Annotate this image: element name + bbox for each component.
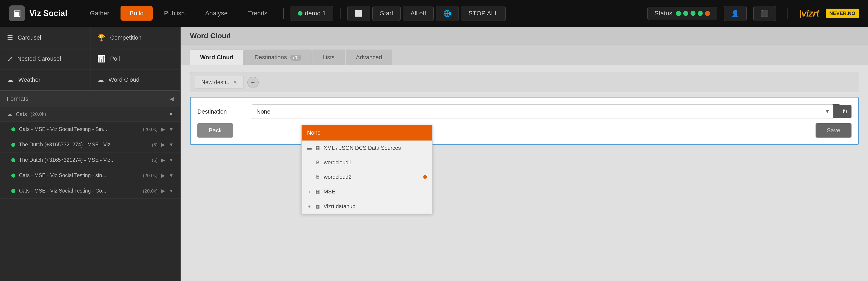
weather-icon: ☁ (7, 76, 14, 84)
refresh-icon: ↻ (842, 108, 847, 115)
separator3 (787, 8, 788, 19)
sidebar-item-word-cloud[interactable]: ☁ Word Cloud (90, 69, 180, 90)
sidebar-item-competition[interactable]: 🏆 Competition (90, 27, 180, 48)
sidebar-item-carousel[interactable]: ☰ Carousel (0, 27, 90, 48)
tab-lists-label: Lists (323, 54, 335, 61)
content-title: Word Cloud (181, 27, 868, 45)
destination-add-button[interactable]: + (247, 77, 259, 88)
sidebar-item-nested-carousel[interactable]: ⤢ Nested Carousel (0, 48, 90, 69)
nested-carousel-label: Nested Carousel (17, 55, 61, 62)
globe-icon-btn[interactable]: 🌐 (436, 6, 459, 21)
status-dot-2 (683, 11, 688, 16)
list-item[interactable]: Cats - MSE - Viz Social Testing - sin...… (0, 168, 180, 183)
start-button[interactable]: Start (372, 6, 401, 21)
item-play-btn[interactable]: ▶ (161, 127, 165, 132)
formats-chevron-icon: ◀ (169, 96, 174, 102)
list-item[interactable]: Cats - MSE - Viz Social Testing - Co... … (0, 183, 180, 199)
word-cloud-label: Word Cloud (108, 76, 140, 83)
content-panel: Word Cloud Word Cloud Destinations (0) L… (181, 27, 868, 281)
item-menu-btn[interactable]: ▼ (169, 157, 174, 163)
status-label: Status (654, 10, 672, 17)
item-text: The Dutch (+31657321274) - MSE - Viz... (19, 142, 148, 148)
competition-label: Competition (110, 34, 142, 41)
list-area: ☁ Cats (20.0k) ▼ Cats - MSE - Viz Social… (0, 107, 180, 281)
nested-carousel-icon: ⤢ (7, 55, 13, 63)
none-label: None (307, 130, 320, 136)
dropdown-option-wordcloud2[interactable]: 🖥 wordcloud2 (302, 170, 432, 184)
nav-tab-publish[interactable]: Publish (155, 6, 194, 21)
tab-word-cloud-label: Word Cloud (200, 54, 233, 61)
nav-tab-gather[interactable]: Gather (81, 6, 118, 21)
destination-tab-close-icon[interactable]: ✕ (233, 79, 237, 85)
separator (283, 8, 284, 19)
content-tabs: Word Cloud Destinations (0) Lists Advanc… (181, 45, 868, 65)
list-item[interactable]: The Dutch (+31657321274) - MSE - Viz... … (0, 152, 180, 168)
list-group-header-cats[interactable]: ☁ Cats (20.0k) ▼ (0, 107, 180, 122)
item-menu-btn[interactable]: ▼ (169, 173, 174, 178)
tab-destinations[interactable]: Destinations (0) (244, 50, 312, 65)
poll-label: Poll (110, 55, 120, 62)
status-dot-1 (676, 11, 681, 16)
competition-icon: 🏆 (97, 34, 105, 41)
destination-form: + Add Destination Destination None ▼ Non… (190, 97, 859, 145)
status-dot-3 (690, 11, 695, 16)
status-dots (676, 11, 710, 16)
carousel-label: Carousel (18, 34, 41, 41)
sidebar-item-weather[interactable]: ☁ Weather (0, 69, 90, 90)
list-item[interactable]: The Dutch (+31657321274) - MSE - Viz... … (0, 137, 180, 152)
destination-tab-label: New desti... (201, 79, 231, 86)
dropdown-group-vizrt-header[interactable]: ＋ ▦ Vizrt datahub (302, 199, 432, 214)
nav-tab-trends[interactable]: Trends (239, 6, 277, 21)
group-count: (20.0k) (31, 111, 46, 117)
dropdown-option-none[interactable]: None (302, 125, 432, 140)
tab-advanced[interactable]: Advanced (346, 50, 392, 65)
item-status-dot (11, 128, 16, 132)
back-button[interactable]: Back (197, 123, 233, 138)
dropdown-group-mse-header[interactable]: ＋ ▦ MSE (302, 185, 432, 199)
nav-tab-build[interactable]: Build (121, 6, 153, 21)
alloff-button[interactable]: All off (403, 6, 434, 21)
item-text: The Dutch (+31657321274) - MSE - Viz... (19, 157, 148, 163)
nav-tab-analyse[interactable]: Analyse (196, 6, 237, 21)
sidebar-item-poll[interactable]: 📊 Poll (90, 48, 180, 69)
group-label: Cats (16, 111, 27, 117)
tab-word-cloud[interactable]: Word Cloud (190, 50, 244, 65)
expand-icon: ＋ (307, 189, 312, 195)
item-status-dot (11, 173, 16, 177)
dropdown-group-vizrt: ＋ ▦ Vizrt datahub (302, 199, 432, 214)
tab-lists[interactable]: Lists (312, 50, 345, 65)
poll-icon: 📊 (97, 55, 105, 63)
save-button[interactable]: Save (815, 123, 851, 138)
tab-destinations-badge: (0) (290, 55, 301, 61)
logo-area: ▣ Viz Social (9, 5, 67, 21)
dropdown-option-wordcloud1[interactable]: 🖥 wordcloud1 (302, 155, 432, 170)
destination-row: Destination None ▼ None (197, 104, 851, 119)
group-cloud-icon: ☁ (7, 111, 12, 117)
tab-destinations-label: Destinations (255, 54, 287, 61)
stopall-button[interactable]: STOP ALL (461, 6, 505, 21)
panel-icon-btn[interactable]: ⬛ (753, 6, 776, 21)
item-status-dot (11, 143, 16, 147)
item-menu-btn[interactable]: ▼ (169, 142, 174, 148)
monitor-icon-btn[interactable]: ⬜ (347, 6, 370, 21)
item-play-btn[interactable]: ▶ (161, 188, 165, 194)
list-item[interactable]: Cats - MSE - Viz Social Testing - Sin...… (0, 122, 180, 137)
sidebar: ☰ Carousel 🏆 Competition ⤢ Nested Carous… (0, 27, 181, 281)
item-play-btn[interactable]: ▶ (161, 173, 165, 178)
demo-button[interactable]: demo 1 (290, 6, 333, 21)
item-play-btn[interactable]: ▶ (161, 157, 165, 163)
destination-select[interactable]: None (252, 104, 833, 119)
item-menu-btn[interactable]: ▼ (169, 188, 174, 194)
dropdown-group-xml-header[interactable]: ▬ ▦ XML / JSON DCS Data Sources (302, 141, 432, 155)
item-menu-btn[interactable]: ▼ (169, 127, 174, 132)
sidebar-nav: ☰ Carousel 🏆 Competition ⤢ Nested Carous… (0, 27, 180, 91)
plus-icon: + (251, 79, 255, 86)
item-count: (5) (152, 142, 158, 147)
wordcloud2-status-dot (423, 175, 427, 179)
item-status-dot (11, 189, 16, 193)
mse-label: MSE (323, 189, 335, 195)
user-icon-btn[interactable]: 👤 (724, 6, 747, 21)
item-play-btn[interactable]: ▶ (161, 142, 165, 148)
destination-tab-new[interactable]: New desti... ✕ (195, 76, 244, 88)
topbar: ▣ Viz Social Gather Build Publish Analys… (0, 0, 868, 27)
